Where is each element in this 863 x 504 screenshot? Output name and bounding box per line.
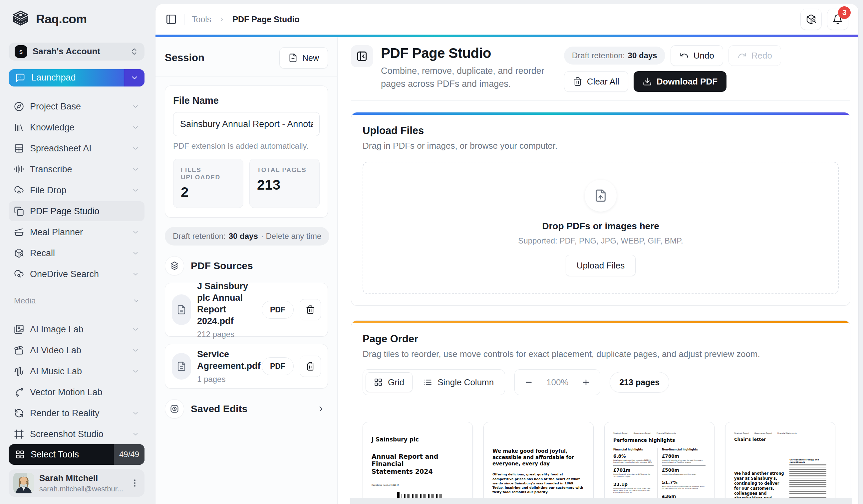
package-search-icon [14,248,24,258]
sidebar-item-screenshot-studio[interactable]: Screenshot Studio [9,424,145,444]
sidebar-item-label: File Drop [30,185,66,196]
saved-edits-row[interactable]: Saved Edits [165,399,328,418]
sidebar-item-ai-image-lab[interactable]: AI Image Lab [9,319,145,339]
notification-badge: 3 [838,6,851,19]
source-card[interactable]: Service Agreement.pdf 1 pages PDF [165,344,328,389]
launchpad-caret-button[interactable] [124,69,145,87]
notifications-button[interactable]: 3 [827,9,848,30]
sidebar-item-label: AI Music Lab [30,366,82,377]
sidebar-item-render-to-reality[interactable]: Render to Reality [9,403,145,423]
single-column-option[interactable]: Single Column [415,372,502,392]
camera-rotate-icon [14,408,24,418]
delete-source-button[interactable] [300,356,321,377]
card-accent [351,321,850,323]
account-switcher[interactable]: s Sarah's Account [9,42,145,61]
clapperboard-icon [14,345,24,355]
sidebar-item-label: Meal Planner [30,227,83,237]
chevron-down-icon [132,103,139,110]
source-card[interactable]: J Sainsbury plc Annual Report 2024.pdf 2… [165,283,328,337]
sidebar-item-label: Transcribe [30,164,72,175]
sidebar-item-vector-motion-lab[interactable]: Vector Motion Lab [9,382,145,402]
media-section-label: Media [9,296,145,306]
sidebar-item-label: Project Base [30,102,81,112]
sidebar-item-label: Knowledge [30,122,75,133]
file-name-input[interactable] [173,112,320,136]
sidebar-item-label: AI Video Lab [30,345,81,356]
tools-count-badge: 49/49 [114,444,145,465]
dropzone[interactable]: Drop PDFs or images here Supported: PDF,… [363,162,839,294]
pages-copy-icon [14,206,24,216]
cooking-pot-icon [14,227,24,237]
sidebar-item-label: Render to Reality [30,408,100,418]
sidebar-item-label: PDF Page Studio [30,206,100,217]
divider [184,14,185,25]
kebab-menu-icon[interactable] [130,478,140,488]
pdf-type-badge: PDF [262,301,294,319]
sidebar-item-project-base[interactable]: Project Base [9,96,145,116]
zoom-in-button[interactable] [576,373,596,392]
sidebar-item-label: Screenshot Studio [30,429,103,439]
source-name: Service Agreement.pdf [197,349,256,372]
sidebar-item-meal-planner[interactable]: Meal Planner [9,222,145,242]
file-name-label: File Name [173,95,320,106]
page-tile-2[interactable]: We make good food joyful, accessible and… [484,422,593,504]
account-label: Sarah's Account [33,46,125,56]
sidebar-item-pdf-page-studio[interactable]: PDF Page Studio [9,201,145,221]
main-window: Tools PDF Page Studio 3 Session New [155,4,858,504]
page-order-subtitle: Drag tiles to reorder, use move controls… [363,349,839,359]
file-icon [172,294,191,325]
sidebar-item-onedrive-search[interactable]: OneDrive Search [9,264,145,284]
page-tile-1[interactable]: J Sainsbury plc Annual Report and Financ… [363,422,473,504]
page-tile-3[interactable]: Strategic Report Governance Report Finan… [604,422,714,504]
sidebar-toggle-icon[interactable] [165,14,177,25]
sidebar: Raq.com s Sarah's Account Launchpad Proj… [0,0,153,504]
download-pdf-button[interactable]: Download PDF [634,71,726,92]
user-card[interactable]: Sarah Mitchell sarah.mitchell@westbur... [9,469,145,497]
source-pages: 1 pages [197,375,256,384]
sidebar-item-knowledge[interactable]: Knowledge [9,117,145,138]
upload-files-button[interactable]: Upload Files [566,255,636,276]
trash-icon [305,362,315,371]
page-title: PDF Page Studio [381,45,556,61]
zoom-out-button[interactable] [519,373,539,392]
recall-search-button[interactable] [800,9,822,30]
sidebar-nav: Project Base Knowledge Spreadsheet AI Tr… [9,96,145,284]
chevron-down-icon [132,229,139,236]
new-session-button[interactable]: New [279,47,328,68]
cloud-search-icon [14,269,24,279]
redo-button[interactable]: Redo [728,45,781,66]
upload-files-card: Upload Files Drag in PDFs or images, or … [351,112,850,306]
horizontal-scroll-track[interactable] [350,498,852,504]
undo-button[interactable]: Undo [671,45,723,66]
drop-title: Drop PDFs or images here [542,221,659,232]
layers-icon [165,256,184,275]
sidebar-item-file-drop[interactable]: File Drop [9,180,145,200]
page-order-card: Page Order Drag tiles to reorder, use mo… [351,320,850,504]
grid-view-option[interactable]: Grid [366,372,413,392]
breadcrumb-current: PDF Page Studio [233,15,299,24]
account-avatar: s [15,45,27,58]
clear-all-button[interactable]: Clear All [564,71,628,92]
sidebar-item-ai-music-lab[interactable]: AI Music Lab [9,361,145,381]
pages-count-badge: 213 pages [610,372,669,392]
select-tools-label: Select Tools [30,450,79,460]
page-tile-4[interactable]: Strategic Report Governance Report Finan… [725,422,835,504]
select-tools-button[interactable]: Select Tools 49/49 [9,444,145,465]
breadcrumb-tools[interactable]: Tools [192,15,211,24]
sidebar-item-transcribe[interactable]: Transcribe [9,159,145,179]
chevron-down-icon[interactable] [133,297,140,305]
upload-subtitle: Drag in PDFs or images, or browse your c… [363,141,839,151]
retention-pill: Draft retention: 30 days · Delete any ti… [165,227,329,246]
launchpad-button[interactable]: Launchpad [9,69,145,87]
chat-bubble-icon [15,73,25,83]
session-panel: Session New File Name PDF extension is a… [155,37,338,504]
sidebar-item-recall[interactable]: Recall [9,243,145,263]
drop-support: Supported: PDF, PNG, JPG, WEBP, GIF, BMP… [518,236,683,246]
sidebar-item-spreadsheet-ai[interactable]: Spreadsheet AI [9,138,145,158]
delete-source-button[interactable] [300,299,321,320]
page-tiles: J Sainsbury plc Annual Report and Financ… [363,422,839,504]
sidebar-item-ai-video-lab[interactable]: AI Video Lab [9,340,145,360]
audio-lines-icon [14,164,24,174]
studio-scroll-area[interactable]: Upload Files Drag in PDFs or images, or … [351,101,850,504]
brand-name: Raq.com [36,12,87,26]
